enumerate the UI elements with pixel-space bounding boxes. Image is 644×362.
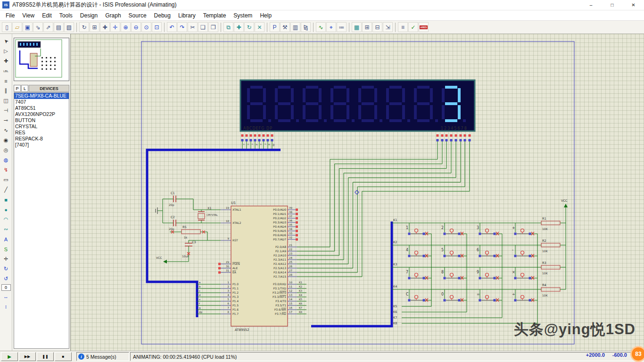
menu-source[interactable]: Source	[125, 11, 150, 20]
schematic-canvas[interactable]: ABCDEFG DP12345678abcdefgdpU1AT89S5219XT…	[71, 34, 644, 351]
grid-icon[interactable]: ⊞	[90, 22, 99, 32]
block-move-icon[interactable]: ✚	[234, 22, 244, 32]
device-item-res[interactable]: RES	[14, 130, 69, 136]
connector-pin[interactable]	[441, 134, 444, 137]
device-pin-tool-icon[interactable]: ⊸	[1, 116, 11, 125]
marker-tool-icon[interactable]: ✛	[1, 255, 11, 263]
pause-button[interactable]: ❚❚	[37, 352, 54, 361]
message-box[interactable]: i 5 Message(s)	[76, 352, 129, 361]
menu-help[interactable]: Help	[256, 11, 275, 20]
connector-pin[interactable]	[464, 139, 466, 141]
connector-pin[interactable]	[241, 139, 244, 141]
keypad-button-5[interactable]: 5	[441, 245, 467, 257]
box-tool-icon[interactable]: ■	[1, 195, 11, 204]
pullup-r3[interactable]: R310K	[541, 261, 566, 275]
connector-pin[interactable]	[241, 134, 244, 137]
connector-pin[interactable]	[250, 134, 252, 137]
wire[interactable]	[297, 141, 438, 247]
virtual-instruments-tool-icon[interactable]: ▭	[1, 175, 11, 184]
cut-icon[interactable]: ✂	[188, 22, 198, 32]
arc-tool-icon[interactable]: ◠	[1, 215, 11, 224]
connector-pin[interactable]	[250, 139, 252, 141]
minimize-button[interactable]: –	[580, 0, 602, 10]
connector-pin[interactable]	[455, 134, 457, 137]
voltage-probe-tool-icon[interactable]: ◍	[1, 156, 11, 165]
zoom-area-icon[interactable]: ⊡	[152, 22, 162, 32]
menu-file[interactable]: File	[2, 11, 18, 20]
pullup-r2[interactable]: R210K	[541, 239, 566, 253]
pick-device-icon[interactable]: P	[270, 22, 280, 32]
rotate-cw-icon[interactable]: ↻	[1, 264, 11, 273]
step-button[interactable]: ▶▶	[19, 352, 36, 361]
connector-pin[interactable]	[441, 139, 444, 141]
keypad-bus[interactable]	[311, 222, 392, 326]
redo-icon[interactable]: ↷	[177, 22, 187, 32]
wire[interactable]	[297, 141, 461, 268]
connector-pin[interactable]	[267, 134, 269, 137]
chip-u1[interactable]: U1AT89S5219XTAL118XTAL29RST29PSEN30ALE31…	[221, 201, 297, 332]
device-item-button[interactable]: BUTTON	[14, 117, 69, 123]
menu-graph[interactable]: Graph	[101, 11, 124, 20]
symbol-tool-icon[interactable]: S	[1, 245, 11, 254]
decompose-icon[interactable]: ⧎	[301, 22, 311, 32]
keypad-button-8[interactable]: 8	[441, 267, 467, 280]
keypad-button-7[interactable]: 7	[406, 267, 431, 280]
menu-view[interactable]: View	[18, 11, 38, 20]
connector-pin[interactable]	[464, 134, 466, 137]
remove-sheet-icon[interactable]: ⊟	[372, 22, 382, 32]
circle-tool-icon[interactable]: ●	[1, 205, 11, 214]
block-rotate-icon[interactable]: ↻	[244, 22, 254, 32]
connector-pin[interactable]	[258, 134, 261, 137]
component-tool-icon[interactable]: ▷	[1, 47, 11, 56]
wire[interactable]	[297, 141, 465, 272]
device-item-respack-8[interactable]: RESPACK-8	[14, 136, 69, 142]
mirror-y-icon[interactable]: ↕	[1, 302, 11, 311]
keypad-button-1[interactable]: 1	[406, 223, 431, 235]
rotate-ccw-icon[interactable]: ↺	[1, 274, 11, 283]
pan-icon[interactable]: ✛	[110, 22, 120, 32]
zoom-all-icon[interactable]: ⊙	[141, 22, 151, 32]
keypad-button-equals[interactable]: =	[477, 289, 502, 302]
connector-pin[interactable]	[446, 134, 448, 137]
keypad-button-0[interactable]: 0	[441, 289, 467, 302]
current-probe-tool-icon[interactable]: ↯	[1, 165, 11, 174]
copy-icon[interactable]: ❏	[198, 22, 208, 32]
keypad-button-divide[interactable]: ÷	[512, 289, 537, 302]
origin-icon[interactable]: ✚	[100, 22, 110, 32]
device-item-at89c51[interactable]: AT89C51	[14, 105, 69, 111]
block-delete-icon[interactable]: ✕	[255, 22, 264, 32]
redraw-icon[interactable]: ↻	[79, 22, 89, 32]
connector-pin[interactable]	[446, 139, 448, 141]
wire[interactable]	[297, 141, 442, 251]
wire-label-tool-icon[interactable]: LBL	[1, 66, 11, 75]
import-icon[interactable]: ⇘	[33, 22, 43, 32]
menu-tools[interactable]: Tools	[56, 11, 76, 20]
autorouter-icon[interactable]: ∿	[316, 22, 326, 32]
connector-pin[interactable]	[271, 134, 273, 137]
connector-pin[interactable]	[455, 139, 457, 141]
wire[interactable]	[297, 141, 446, 255]
connector-pin[interactable]	[450, 134, 453, 137]
junction-tool-icon[interactable]: ✚	[1, 57, 11, 66]
maximize-button[interactable]: □	[602, 0, 623, 10]
connector-pin[interactable]	[271, 139, 273, 141]
stop-button[interactable]: ■	[55, 352, 72, 361]
terminal-tool-icon[interactable]: ⊣	[1, 106, 11, 115]
seven-seg-display[interactable]: ABCDEFG DP12345678	[240, 80, 475, 131]
keypad-button-3[interactable]: 3	[477, 223, 502, 235]
library-button[interactable]: L	[21, 85, 28, 92]
graph-tool-icon[interactable]: ∿	[1, 126, 11, 135]
make-device-icon[interactable]: ⚒	[280, 22, 290, 32]
connector-pin[interactable]	[263, 139, 265, 141]
design-explorer-icon[interactable]: ▦	[352, 22, 362, 32]
keypad-button-clear[interactable]: C	[406, 289, 431, 302]
play-button[interactable]: ▶	[1, 352, 18, 361]
goto-sheet-icon[interactable]: ⇲	[383, 22, 393, 32]
connector-pin[interactable]	[437, 134, 439, 137]
keypad-button-9[interactable]: 9	[477, 267, 502, 280]
keypad-button-multiply[interactable]: ×	[512, 267, 537, 280]
connector-pin[interactable]	[469, 134, 471, 137]
property-tool-icon[interactable]: ≔	[337, 22, 347, 32]
connector-pin[interactable]	[460, 134, 462, 137]
connector-pin[interactable]	[246, 139, 248, 141]
